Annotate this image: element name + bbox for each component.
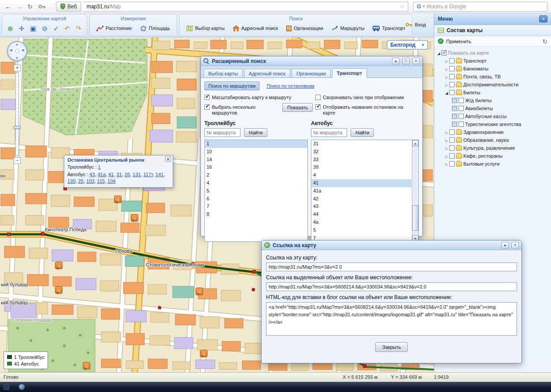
pan-up-arrow[interactable]: ▲: [15, 43, 18, 46]
multi-route-checkbox[interactable]: [204, 104, 210, 110]
expander-icon[interactable]: [444, 74, 449, 79]
layer-checkbox[interactable]: [449, 137, 455, 143]
route-link[interactable]: 141: [155, 172, 163, 177]
zoom-in-icon[interactable]: ⊕: [6, 24, 15, 33]
route-link[interactable]: 104: [107, 178, 115, 184]
expander-icon[interactable]: [444, 153, 449, 159]
poi-marker[interactable]: ⌂: [55, 286, 63, 294]
tree-item[interactable]: Авиабилеты: [435, 104, 550, 112]
poi-marker[interactable]: ⌂: [83, 362, 90, 370]
pan-icon[interactable]: ✛: [18, 24, 26, 33]
tree-item[interactable]: Достопримечательности: [435, 81, 550, 89]
route-list-item[interactable]: 5: [205, 187, 307, 195]
layer-checkbox[interactable]: [459, 122, 464, 127]
layers-header[interactable]: Состав карты: [434, 25, 551, 36]
route-link[interactable]: 115: [97, 178, 105, 184]
pan-right-arrow[interactable]: ▶: [22, 48, 25, 52]
route-link[interactable]: 103: [86, 178, 94, 184]
route-link[interactable]: 41а: [97, 172, 105, 177]
poi-marker[interactable]: ⌂: [131, 214, 138, 222]
poi-marker[interactable]: ⌂: [196, 288, 203, 295]
route-list-item[interactable]: 16: [205, 163, 307, 171]
tree-item[interactable]: Бытовые услуги: [435, 160, 550, 168]
organizations-button[interactable]: Организации: [284, 24, 326, 33]
confirm-icon[interactable]: ✓: [52, 24, 60, 33]
expander-icon[interactable]: [444, 145, 449, 151]
route-link[interactable]: 130: [67, 178, 75, 184]
address-bar[interactable]: map31.ru/Map ☆: [83, 2, 408, 11]
poi-marker[interactable]: ⌂: [114, 196, 122, 203]
route-link[interactable]: 43: [89, 172, 95, 177]
route-link[interactable]: 41: [108, 172, 114, 177]
routes-button[interactable]: Маршруты: [329, 23, 367, 33]
distance-tool-button[interactable]: Расстояние: [94, 24, 134, 33]
route-list-item[interactable]: 33: [311, 156, 411, 164]
tree-item[interactable]: Культура, развлечения: [435, 144, 550, 152]
redo-icon[interactable]: ↷: [74, 24, 83, 33]
minimize-button[interactable]: ▴: [392, 58, 399, 64]
poi-marker[interactable]: ⌂: [200, 350, 207, 357]
zoom-out-button[interactable]: −: [14, 157, 21, 164]
scroll-up-icon[interactable]: ▲: [412, 140, 418, 146]
forward-button[interactable]: →: [15, 2, 23, 11]
tab-organizations[interactable]: Организации: [292, 69, 331, 78]
route-list-item[interactable]: 1: [205, 140, 307, 148]
trolleybus-route-input[interactable]: [204, 128, 240, 137]
close-dialog-button[interactable]: Закрыть: [375, 342, 408, 352]
route-list-item[interactable]: 44: [311, 211, 411, 218]
expander-icon[interactable]: [436, 50, 441, 55]
refresh-button[interactable]: ↻: [26, 2, 34, 11]
route-link[interactable]: 26: [125, 172, 130, 177]
taskbar-app-icon[interactable]: [4, 384, 9, 390]
layer-checkbox[interactable]: [449, 161, 455, 166]
route-list-item[interactable]: 4: [311, 171, 411, 179]
route-list-item[interactable]: 6: [205, 195, 307, 203]
route-list-item[interactable]: 4а: [311, 218, 411, 226]
expander-icon[interactable]: [444, 129, 449, 135]
route-list-item[interactable]: 14: [205, 156, 307, 164]
zoom-out-icon[interactable]: ⊖: [41, 24, 49, 33]
map-select-button[interactable]: Выбор карты: [184, 24, 227, 33]
html-code-textarea[interactable]: <a href="http://map31.ru/Map?ms=3&x=5608…: [266, 302, 517, 336]
tree-item[interactable]: Кафе, рестораны: [435, 152, 550, 160]
trolleybus-find-button[interactable]: Найти: [244, 128, 267, 137]
layer-checkbox[interactable]: [449, 66, 455, 71]
bus-find-button[interactable]: Найти: [351, 128, 374, 137]
undo-icon[interactable]: ↶: [63, 24, 72, 33]
tree-item[interactable]: Автобусные кассы: [435, 112, 550, 120]
stop-names-checkbox[interactable]: [315, 104, 321, 110]
route-list-item[interactable]: 4: [205, 179, 307, 187]
expander-icon[interactable]: [444, 161, 449, 166]
tree-item[interactable]: Почта, связь, ТВ: [435, 73, 550, 81]
zoom-slider[interactable]: [15, 73, 19, 156]
object-link-input[interactable]: [266, 282, 517, 291]
tab-address-search[interactable]: Адресный поиск: [244, 69, 290, 78]
area-tool-button[interactable]: Площадь: [137, 24, 173, 33]
refresh-layers-icon[interactable]: ↻: [542, 38, 547, 44]
tree-root-item[interactable]: Показать на карте: [435, 49, 550, 57]
expander-icon[interactable]: [444, 137, 449, 143]
pan-down-arrow[interactable]: ▼: [15, 56, 18, 59]
route-link[interactable]: 25: [78, 178, 83, 184]
apply-button[interactable]: Применить: [446, 39, 471, 44]
layer-checkbox[interactable]: [449, 153, 455, 159]
expander-icon[interactable]: [444, 82, 449, 87]
dialog-titlebar[interactable]: Расширенный поиск ▴ □ ×: [201, 56, 422, 66]
collapse-window-checkbox[interactable]: [315, 95, 321, 100]
maximize-button[interactable]: □: [402, 58, 410, 64]
search-by-stops-link[interactable]: Поиск по остановкам: [266, 83, 314, 89]
tree-item[interactable]: Транспорт: [435, 57, 550, 65]
transport-button[interactable]: Транспорт: [370, 24, 408, 33]
search-engine-dropdown-icon[interactable]: ▾: [423, 4, 425, 8]
layer-checkbox[interactable]: [459, 114, 464, 119]
login-button[interactable]: Вход: [405, 22, 426, 27]
tree-item[interactable]: Туристические агентства: [435, 120, 550, 128]
address-search-button[interactable]: Адресный поиск: [230, 24, 281, 33]
layer-checkbox[interactable]: [441, 50, 447, 55]
route-link[interactable]: 31: [116, 172, 122, 177]
route-list-item[interactable]: 10: [205, 148, 307, 156]
trolleybus-route-list[interactable]: 1101416245678: [204, 140, 308, 242]
route-list-item[interactable]: 7: [205, 203, 307, 211]
route-list-item[interactable]: 41а: [311, 187, 411, 195]
search-by-routes-button[interactable]: Поиск по маршрутам: [204, 81, 259, 90]
